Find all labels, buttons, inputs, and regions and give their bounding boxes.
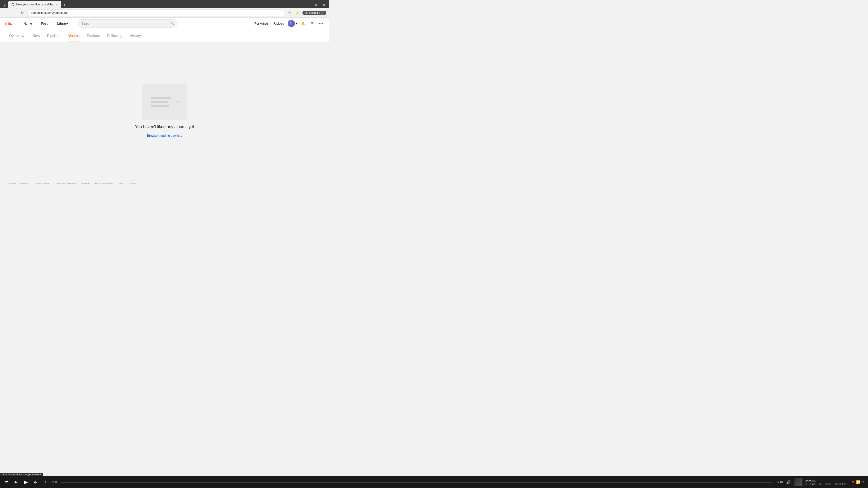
sc-app: + You haven't liked any albums yet Brows… bbox=[0, 42, 329, 184]
library-tabs: Overview Likes Playlists Albums Stations… bbox=[0, 29, 329, 42]
tab-stations[interactable]: Stations bbox=[87, 29, 100, 42]
incognito-badge[interactable]: 🕵 Incognito (2) bbox=[303, 11, 327, 15]
soundcloud-header: Home Feed Library 🔍 For Artists Upload U… bbox=[0, 18, 329, 29]
empty-plus-icon: + bbox=[176, 97, 180, 107]
upload-button[interactable]: Upload bbox=[272, 22, 286, 25]
back-button[interactable]: ← bbox=[3, 10, 9, 16]
footer-cookie-policy[interactable]: Cookie Policy bbox=[34, 182, 50, 184]
forward-button[interactable]: → bbox=[11, 10, 17, 16]
extensions-button[interactable]: ⚡ bbox=[294, 10, 301, 16]
messages-button[interactable]: ✉ bbox=[308, 20, 315, 27]
close-button[interactable]: ✕ bbox=[321, 2, 327, 8]
tab-history[interactable]: History bbox=[130, 29, 141, 42]
restore-button[interactable]: ⧉ bbox=[313, 2, 319, 8]
nav-home[interactable]: Home bbox=[21, 22, 35, 25]
sc-main: + You haven't liked any albums yet Brows… bbox=[0, 42, 329, 179]
avatar-dropdown-icon: ▾ bbox=[296, 22, 298, 25]
incognito-icon: 🕵 bbox=[305, 11, 308, 14]
search-input[interactable] bbox=[81, 22, 168, 25]
avatar-container[interactable]: U ▾ bbox=[288, 20, 298, 27]
avatar: U bbox=[288, 20, 295, 27]
active-tab[interactable]: 🎵 Hear your own albums and the ✕ bbox=[8, 1, 61, 8]
footer-charts[interactable]: Charts bbox=[128, 182, 136, 184]
nav-feed[interactable]: Feed bbox=[38, 22, 51, 25]
footer-imprint[interactable]: Imprint bbox=[81, 182, 89, 184]
tab-overview[interactable]: Overview bbox=[9, 29, 24, 42]
footer-blog[interactable]: Blog bbox=[118, 182, 123, 184]
bookmark-button[interactable]: ☆ bbox=[286, 10, 292, 16]
empty-line-3 bbox=[151, 105, 169, 107]
search-icon: 🔍 bbox=[170, 22, 174, 25]
empty-state-title: You haven't liked any albums yet bbox=[135, 125, 194, 129]
browser-nav-bar: ← → ↻ ☆ ⚡ 🕵 Incognito (2) bbox=[0, 8, 329, 18]
nav-library[interactable]: Library bbox=[55, 22, 70, 25]
tab-albums[interactable]: Albums bbox=[68, 29, 80, 42]
for-artists-link[interactable]: For Artists bbox=[253, 22, 271, 25]
empty-illustration: + bbox=[142, 84, 187, 120]
new-tab-button[interactable]: + bbox=[61, 2, 68, 8]
tab-playlists[interactable]: Playlists bbox=[47, 29, 60, 42]
address-input[interactable] bbox=[31, 11, 281, 14]
window-controls: ─ ⧉ ✕ bbox=[305, 2, 327, 8]
notification-button[interactable]: 🔔 bbox=[299, 20, 307, 27]
footer-artist-resources[interactable]: Artist Resources bbox=[94, 182, 114, 184]
sc-logo[interactable] bbox=[4, 19, 13, 28]
tab-following[interactable]: Following bbox=[107, 29, 123, 42]
empty-state: + You haven't liked any albums yet Brows… bbox=[135, 84, 194, 137]
minimize-button[interactable]: ─ bbox=[305, 2, 311, 8]
tab-likes[interactable]: Likes bbox=[31, 29, 40, 42]
tab-switcher-button[interactable]: ⊞ bbox=[2, 3, 7, 8]
browse-trending-link[interactable]: Browse trending playlists bbox=[147, 134, 182, 137]
address-bar[interactable] bbox=[27, 9, 284, 16]
tab-title: Hear your own albums and the bbox=[16, 3, 53, 6]
more-button[interactable]: ••• bbox=[317, 20, 324, 27]
sc-footer: Legal - Privacy - Cookie Policy - Consen… bbox=[0, 179, 329, 184]
empty-line-1 bbox=[151, 97, 171, 99]
empty-lines bbox=[151, 97, 178, 107]
footer-consent[interactable]: Consent Manager bbox=[55, 182, 76, 184]
search-bar[interactable]: 🔍 bbox=[78, 20, 178, 28]
empty-line-2 bbox=[151, 101, 168, 103]
tab-close-button[interactable]: ✕ bbox=[55, 3, 59, 6]
footer-privacy[interactable]: Privacy bbox=[20, 182, 29, 184]
footer-legal[interactable]: Legal bbox=[9, 182, 16, 184]
right-nav: For Artists Upload U ▾ 🔔 ✉ ••• bbox=[253, 20, 324, 27]
reload-button[interactable]: ↻ bbox=[19, 10, 25, 16]
incognito-label: Incognito (2) bbox=[309, 11, 324, 14]
tab-favicon: 🎵 bbox=[11, 3, 14, 6]
tab-bar: ⊞ 🎵 Hear your own albums and the ✕ + ─ ⧉… bbox=[0, 0, 329, 8]
